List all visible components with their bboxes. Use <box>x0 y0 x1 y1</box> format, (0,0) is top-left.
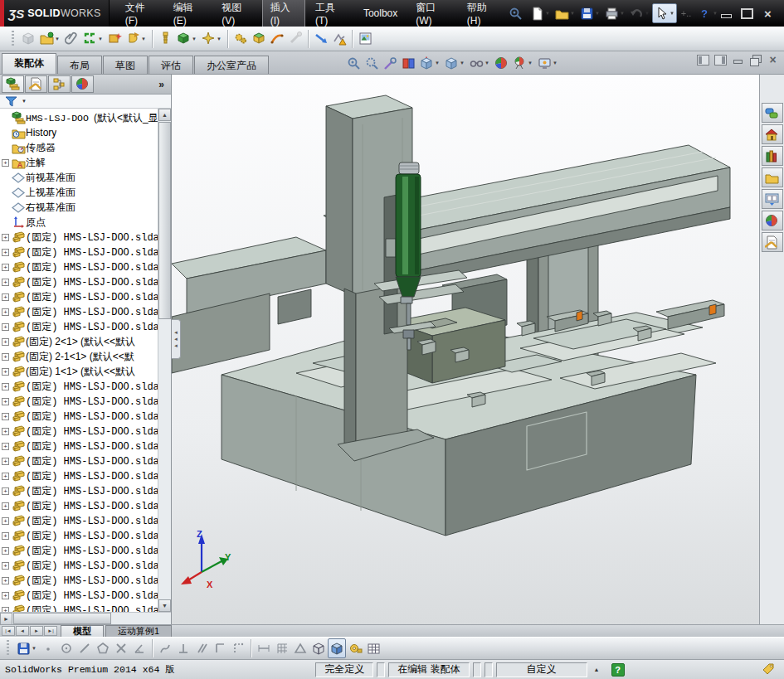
section-view-button[interactable] <box>399 53 417 73</box>
menu-视图V[interactable]: 视图(V) <box>213 0 261 30</box>
tree-item-origin[interactable]: 原点 <box>0 215 171 230</box>
tree-item-part[interactable]: +(固定) HMS-LSJ-DOO.slda <box>0 468 171 483</box>
tab-displaymanager[interactable] <box>71 75 94 93</box>
tree-item-part[interactable]: +(固定) HMS-LSJ-DOO.slda <box>0 498 171 513</box>
tree-item-part[interactable]: +(固定) HMS-LSJ-DOO.slda <box>0 439 171 453</box>
status-custom-arrow-icon[interactable]: ▲ <box>594 667 600 672</box>
smart-fasteners-button[interactable] <box>105 29 124 49</box>
sketch-line-button[interactable] <box>75 638 94 658</box>
menu-编辑E[interactable]: 编辑(E) <box>165 0 212 30</box>
tree-item-part[interactable]: +(固定) HMS-LSJ-DOO.slda <box>0 230 171 245</box>
model-tab-运动算例1[interactable]: 运动算例1 <box>105 625 172 637</box>
menu-工具T[interactable]: 工具(T) <box>307 0 353 30</box>
tab-nav-1[interactable]: ◄ <box>16 626 29 636</box>
select-tool-button[interactable]: ▼ <box>652 3 677 23</box>
explode-line-sketch-button[interactable] <box>330 29 348 49</box>
exploded-view-button[interactable] <box>312 29 330 49</box>
view-orientation-button[interactable]: ▼ <box>417 53 442 73</box>
appearances-scenes-button[interactable] <box>762 211 783 230</box>
scroll-up-button[interactable]: ▲ <box>158 109 171 121</box>
filter-dropdown-icon[interactable]: ▼ <box>22 99 27 104</box>
command-tab-装配体[interactable]: 装配体 <box>2 53 56 74</box>
tree-root-assembly[interactable]: HMS-LSJ-DOO(默认<默认_显... <box>0 110 171 125</box>
solidworks-forum-button[interactable] <box>762 103 783 123</box>
linear-component-pattern-button[interactable]: ▼ <box>80 29 105 49</box>
minimize-document-button[interactable] <box>732 55 744 65</box>
toolbar-overflow[interactable]: +.. <box>677 3 695 23</box>
close-document-button[interactable]: × <box>767 55 779 65</box>
menu-帮助H[interactable]: 帮助(H) <box>459 0 506 30</box>
measure-button[interactable] <box>346 638 364 658</box>
scroll-thumb-horizontal[interactable] <box>13 613 111 624</box>
design-table-button[interactable] <box>364 638 382 658</box>
tree-item-part[interactable]: +(固定) 2<1> (默认<<默认 <box>0 334 171 349</box>
expand-icon[interactable]: + <box>2 443 9 450</box>
menu-插入I[interactable]: 插入(I) <box>262 0 305 30</box>
scroll-right-button[interactable]: ► <box>0 613 12 625</box>
tree-item-part[interactable]: +(固定) HMS-LSJ-DOO.slda <box>0 319 171 334</box>
tab-propertymanager[interactable] <box>25 75 47 93</box>
tree-item-part[interactable]: +(固定) HMS-LSJ-DOO.slda <box>0 409 171 424</box>
apply-scene-button[interactable]: ▼ <box>510 53 535 73</box>
flyout-expand-button[interactable]: » <box>158 79 169 90</box>
tree-item-part[interactable]: +(固定) HMS-LSJ-DOO.slda <box>0 453 171 468</box>
move-component-button[interactable]: ▼ <box>174 29 199 49</box>
reference-geometry-button[interactable]: ▼ <box>199 29 224 49</box>
new-document-button[interactable]: ▼ <box>528 3 553 23</box>
tab-featuremanager[interactable] <box>2 75 24 93</box>
tags-icon[interactable] <box>762 662 776 677</box>
expand-icon[interactable]: + <box>2 308 9 316</box>
menu-Toolbox[interactable]: Toolbox <box>355 4 406 22</box>
tree-item-part[interactable]: +(固定) HMS-LSJ-DOO.slda <box>0 304 171 319</box>
menu-文件F[interactable]: 文件(F) <box>117 0 163 30</box>
expand-icon[interactable]: + <box>2 368 9 376</box>
expand-icon[interactable]: + <box>2 159 9 167</box>
perpendicular-relation-button[interactable] <box>174 638 192 658</box>
solidworks-resources-button[interactable] <box>762 124 783 144</box>
expand-icon[interactable]: + <box>2 353 9 361</box>
sketch-angle-button[interactable] <box>130 638 149 658</box>
trim-entities-button[interactable] <box>112 638 130 658</box>
minimize-button[interactable] <box>720 8 733 19</box>
construction-line-button[interactable] <box>229 638 247 658</box>
expand-icon[interactable]: + <box>2 323 9 331</box>
view-settings-button[interactable]: ▼ <box>535 53 560 73</box>
tree-horizontal-scrollbar[interactable]: ◄ ► <box>0 612 171 624</box>
grid-snap-button[interactable] <box>273 638 291 658</box>
tree-item-part[interactable]: +(固定) HMS-LSJ-DOO.slda <box>0 274 171 289</box>
tree-item-part[interactable]: +(固定) HMS-LSJ-DOO.slda <box>0 543 171 558</box>
scroll-down-button[interactable]: ▼ <box>158 599 171 612</box>
status-help-icon[interactable]: ? <box>611 663 625 677</box>
expand-icon[interactable]: + <box>2 398 9 405</box>
tree-item-part[interactable]: +(固定) HMS-LSJ-DOO.slda <box>0 558 171 573</box>
tree-item-part[interactable]: +(固定) HMS-LSJ-DOO.slda <box>0 483 171 498</box>
tree-item-annotations[interactable]: +A注解 <box>0 155 171 170</box>
restore-document-button[interactable] <box>749 55 762 65</box>
command-tab-布局[interactable]: 布局 <box>57 56 102 74</box>
smart-dimension-button[interactable] <box>255 638 273 658</box>
view-palette-button[interactable] <box>762 189 783 209</box>
tree-item-plane[interactable]: 右视基准面 <box>0 200 171 215</box>
open-document-button[interactable]: ▼ <box>553 3 577 23</box>
tree-item-part[interactable]: +(固定) HMS-LSJ-DOO.slda <box>0 424 171 439</box>
custom-properties-button[interactable] <box>762 232 783 252</box>
mate-button[interactable] <box>62 29 80 49</box>
sketch-circle-button[interactable] <box>57 638 75 658</box>
graphics-viewport[interactable]: Z Y X <box>172 75 759 624</box>
expand-icon[interactable]: + <box>2 473 9 480</box>
tree-item-plane[interactable]: 上视基准面 <box>0 185 171 200</box>
print-document-button[interactable]: ▼ <box>602 3 627 23</box>
status-custom[interactable]: 自定义 <box>496 662 587 677</box>
expand-icon[interactable]: + <box>2 517 9 525</box>
expand-icon[interactable]: + <box>2 234 9 241</box>
design-library-button[interactable] <box>762 146 783 166</box>
tree-item-history[interactable]: History <box>0 125 171 140</box>
curve-tool-button[interactable] <box>268 29 286 49</box>
expand-icon[interactable]: + <box>2 383 9 390</box>
panel-splitter-handle[interactable]: ◄ ◄ ◄ <box>172 319 181 359</box>
expand-icon[interactable]: + <box>2 428 9 435</box>
tree-item-part[interactable]: +(固定) HMS-LSJ-DOO.slda <box>0 245 171 259</box>
scroll-thumb[interactable] <box>158 122 171 319</box>
menu-窗口W[interactable]: 窗口(W) <box>407 0 457 30</box>
expand-icon[interactable]: + <box>2 458 9 465</box>
